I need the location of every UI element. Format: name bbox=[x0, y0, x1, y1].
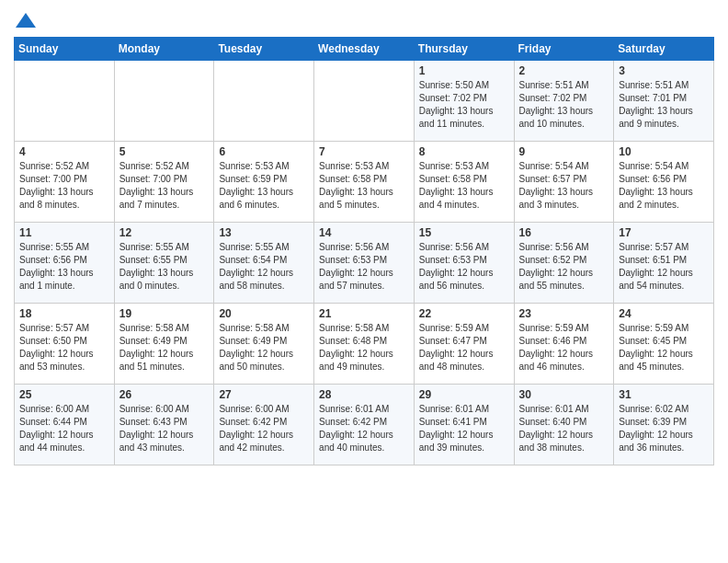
calendar-cell: 31Sunrise: 6:02 AM Sunset: 6:39 PM Dayli… bbox=[614, 385, 714, 465]
day-number: 30 bbox=[519, 388, 609, 401]
calendar-cell bbox=[314, 61, 415, 142]
day-info: Sunrise: 5:59 AM Sunset: 6:47 PM Dayligh… bbox=[419, 322, 509, 373]
calendar-cell: 20Sunrise: 5:58 AM Sunset: 6:49 PM Dayli… bbox=[214, 304, 314, 385]
calendar-cell: 17Sunrise: 5:57 AM Sunset: 6:51 PM Dayli… bbox=[614, 223, 714, 304]
day-number: 12 bbox=[119, 226, 210, 239]
calendar-table: SundayMondayTuesdayWednesdayThursdayFrid… bbox=[14, 37, 714, 465]
calendar-cell: 10Sunrise: 5:54 AM Sunset: 6:56 PM Dayli… bbox=[614, 142, 714, 223]
header-sunday: Sunday bbox=[15, 38, 115, 61]
day-number: 28 bbox=[319, 388, 409, 401]
day-info: Sunrise: 6:00 AM Sunset: 6:43 PM Dayligh… bbox=[119, 403, 210, 454]
day-number: 22 bbox=[419, 307, 509, 320]
day-info: Sunrise: 5:59 AM Sunset: 6:46 PM Dayligh… bbox=[519, 322, 609, 373]
calendar-cell: 12Sunrise: 5:55 AM Sunset: 6:55 PM Dayli… bbox=[114, 223, 214, 304]
day-number: 24 bbox=[619, 307, 709, 320]
calendar-cell: 7Sunrise: 5:53 AM Sunset: 6:58 PM Daylig… bbox=[314, 142, 415, 223]
header-saturday: Saturday bbox=[614, 38, 714, 61]
calendar-cell: 2Sunrise: 5:51 AM Sunset: 7:02 PM Daylig… bbox=[514, 61, 614, 142]
day-info: Sunrise: 5:56 AM Sunset: 6:52 PM Dayligh… bbox=[519, 241, 609, 293]
header-thursday: Thursday bbox=[414, 38, 514, 61]
calendar-cell: 18Sunrise: 5:57 AM Sunset: 6:50 PM Dayli… bbox=[15, 304, 115, 385]
calendar-cell bbox=[15, 61, 115, 142]
day-number: 20 bbox=[219, 307, 309, 320]
day-number: 6 bbox=[219, 145, 309, 158]
day-info: Sunrise: 6:01 AM Sunset: 6:42 PM Dayligh… bbox=[319, 403, 409, 454]
day-number: 25 bbox=[19, 388, 109, 401]
calendar-cell: 1Sunrise: 5:50 AM Sunset: 7:02 PM Daylig… bbox=[414, 61, 514, 142]
logo bbox=[14, 9, 36, 29]
day-info: Sunrise: 5:53 AM Sunset: 6:59 PM Dayligh… bbox=[219, 160, 309, 212]
header bbox=[14, 9, 714, 29]
calendar-week-row: 18Sunrise: 5:57 AM Sunset: 6:50 PM Dayli… bbox=[15, 304, 714, 385]
day-info: Sunrise: 5:57 AM Sunset: 6:51 PM Dayligh… bbox=[619, 241, 709, 293]
day-info: Sunrise: 6:02 AM Sunset: 6:39 PM Dayligh… bbox=[619, 403, 709, 454]
day-info: Sunrise: 5:53 AM Sunset: 6:58 PM Dayligh… bbox=[319, 160, 409, 212]
day-info: Sunrise: 6:01 AM Sunset: 6:40 PM Dayligh… bbox=[519, 403, 609, 454]
day-number: 31 bbox=[619, 388, 709, 401]
day-number: 26 bbox=[119, 388, 210, 401]
day-info: Sunrise: 5:50 AM Sunset: 7:02 PM Dayligh… bbox=[419, 79, 509, 131]
day-number: 14 bbox=[319, 226, 409, 239]
day-number: 1 bbox=[419, 64, 509, 77]
day-info: Sunrise: 5:58 AM Sunset: 6:49 PM Dayligh… bbox=[119, 322, 210, 373]
day-info: Sunrise: 5:55 AM Sunset: 6:55 PM Dayligh… bbox=[119, 241, 210, 293]
day-info: Sunrise: 5:58 AM Sunset: 6:49 PM Dayligh… bbox=[219, 322, 309, 373]
day-info: Sunrise: 5:58 AM Sunset: 6:48 PM Dayligh… bbox=[319, 322, 409, 373]
calendar-cell bbox=[214, 61, 314, 142]
day-number: 15 bbox=[419, 226, 509, 239]
day-info: Sunrise: 5:51 AM Sunset: 7:02 PM Dayligh… bbox=[519, 79, 609, 131]
calendar-cell: 22Sunrise: 5:59 AM Sunset: 6:47 PM Dayli… bbox=[414, 304, 514, 385]
calendar-cell: 30Sunrise: 6:01 AM Sunset: 6:40 PM Dayli… bbox=[514, 385, 614, 465]
calendar-cell: 24Sunrise: 5:59 AM Sunset: 6:45 PM Dayli… bbox=[614, 304, 714, 385]
day-info: Sunrise: 5:52 AM Sunset: 7:00 PM Dayligh… bbox=[19, 160, 109, 212]
header-monday: Monday bbox=[114, 38, 214, 61]
day-number: 19 bbox=[119, 307, 210, 320]
day-number: 2 bbox=[519, 64, 609, 77]
day-number: 10 bbox=[619, 145, 709, 158]
day-number: 17 bbox=[619, 226, 709, 239]
day-number: 4 bbox=[19, 145, 109, 158]
calendar-cell: 11Sunrise: 5:55 AM Sunset: 6:56 PM Dayli… bbox=[15, 223, 115, 304]
day-number: 21 bbox=[319, 307, 409, 320]
day-info: Sunrise: 5:55 AM Sunset: 6:56 PM Dayligh… bbox=[19, 241, 109, 293]
calendar-week-row: 4Sunrise: 5:52 AM Sunset: 7:00 PM Daylig… bbox=[15, 142, 714, 223]
calendar-cell bbox=[114, 61, 214, 142]
day-number: 16 bbox=[519, 226, 609, 239]
header-friday: Friday bbox=[514, 38, 614, 61]
calendar-cell: 13Sunrise: 5:55 AM Sunset: 6:54 PM Dayli… bbox=[214, 223, 314, 304]
day-info: Sunrise: 5:54 AM Sunset: 6:56 PM Dayligh… bbox=[619, 160, 709, 212]
calendar-cell: 8Sunrise: 5:53 AM Sunset: 6:58 PM Daylig… bbox=[414, 142, 514, 223]
calendar-week-row: 25Sunrise: 6:00 AM Sunset: 6:44 PM Dayli… bbox=[15, 385, 714, 465]
calendar-cell: 21Sunrise: 5:58 AM Sunset: 6:48 PM Dayli… bbox=[314, 304, 415, 385]
day-info: Sunrise: 6:00 AM Sunset: 6:44 PM Dayligh… bbox=[19, 403, 109, 454]
day-number: 11 bbox=[19, 226, 109, 239]
day-number: 18 bbox=[19, 307, 109, 320]
day-number: 29 bbox=[419, 388, 509, 401]
calendar-cell: 29Sunrise: 6:01 AM Sunset: 6:41 PM Dayli… bbox=[414, 385, 514, 465]
calendar-cell: 9Sunrise: 5:54 AM Sunset: 6:57 PM Daylig… bbox=[514, 142, 614, 223]
day-info: Sunrise: 6:00 AM Sunset: 6:42 PM Dayligh… bbox=[219, 403, 309, 454]
calendar-cell: 3Sunrise: 5:51 AM Sunset: 7:01 PM Daylig… bbox=[614, 61, 714, 142]
svg-marker-0 bbox=[16, 13, 36, 28]
calendar-cell: 5Sunrise: 5:52 AM Sunset: 7:00 PM Daylig… bbox=[114, 142, 214, 223]
day-info: Sunrise: 5:54 AM Sunset: 6:57 PM Dayligh… bbox=[519, 160, 609, 212]
calendar-cell: 14Sunrise: 5:56 AM Sunset: 6:53 PM Dayli… bbox=[314, 223, 415, 304]
calendar-cell: 27Sunrise: 6:00 AM Sunset: 6:42 PM Dayli… bbox=[214, 385, 314, 465]
header-tuesday: Tuesday bbox=[214, 38, 314, 61]
day-info: Sunrise: 5:56 AM Sunset: 6:53 PM Dayligh… bbox=[419, 241, 509, 293]
calendar-cell: 4Sunrise: 5:52 AM Sunset: 7:00 PM Daylig… bbox=[15, 142, 115, 223]
day-info: Sunrise: 5:51 AM Sunset: 7:01 PM Dayligh… bbox=[619, 79, 709, 131]
day-info: Sunrise: 6:01 AM Sunset: 6:41 PM Dayligh… bbox=[419, 403, 509, 454]
logo-bird-icon bbox=[16, 11, 36, 29]
day-number: 27 bbox=[219, 388, 309, 401]
day-number: 9 bbox=[519, 145, 609, 158]
calendar-cell: 16Sunrise: 5:56 AM Sunset: 6:52 PM Dayli… bbox=[514, 223, 614, 304]
day-number: 8 bbox=[419, 145, 509, 158]
day-number: 3 bbox=[619, 64, 709, 77]
day-info: Sunrise: 5:55 AM Sunset: 6:54 PM Dayligh… bbox=[219, 241, 309, 293]
header-wednesday: Wednesday bbox=[314, 38, 415, 61]
calendar-cell: 25Sunrise: 6:00 AM Sunset: 6:44 PM Dayli… bbox=[15, 385, 115, 465]
day-number: 13 bbox=[219, 226, 309, 239]
day-number: 7 bbox=[319, 145, 409, 158]
calendar-week-row: 11Sunrise: 5:55 AM Sunset: 6:56 PM Dayli… bbox=[15, 223, 714, 304]
